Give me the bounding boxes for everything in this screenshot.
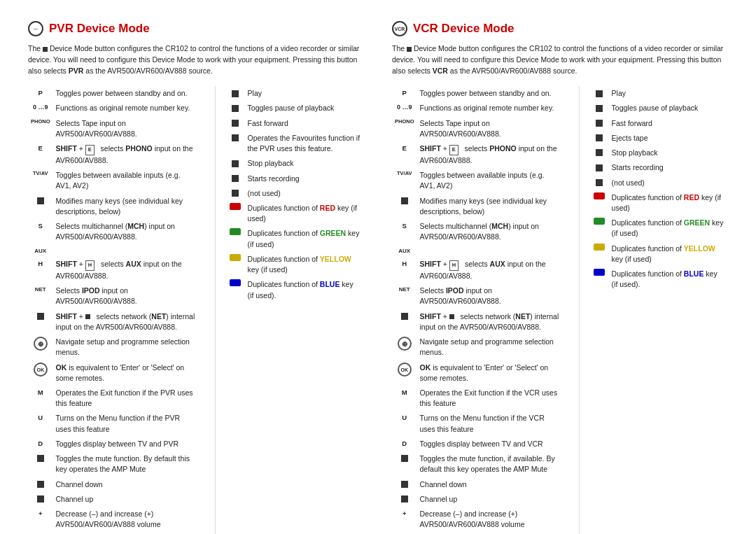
desc-cell: Duplicates function of BLUE key (if used… (245, 277, 364, 302)
desc-cell: SHIFT + E selects PHONO input on the AVR… (53, 141, 198, 168)
key-cell (392, 492, 417, 507)
vcr-left-col: P Toggles power between standby and on. … (392, 86, 562, 534)
key-cell: S (28, 219, 53, 244)
key-cell (392, 194, 417, 219)
vcr-right-table: Play Toggles pause of playback Fast forw… (589, 86, 728, 292)
desc-cell: Turns on the Menu function if the PVR us… (53, 411, 198, 436)
table-row: U Turns on the Menu function if the PVR … (28, 411, 198, 436)
table-row: SHIFT + selects network (NET) internal i… (392, 309, 562, 335)
table-row: SHIFT + selects network (NET) internal i… (28, 309, 198, 335)
key-cell (225, 186, 245, 201)
desc-cell: Duplicates function of GREEN key (if use… (609, 216, 728, 241)
desc-cell: OK is equivalent to 'Enter' or 'Select' … (53, 360, 198, 386)
table-row: Fast forward (589, 116, 728, 131)
table-row: TV/AV Toggles between available inputs (… (392, 168, 562, 193)
desc-cell: Selects Tape input on AVR500/AVR600/AV88… (53, 116, 198, 141)
desc-cell: Operates the Favourites function if the … (245, 131, 364, 156)
table-row: PHONO Selects Tape input on AVR500/AVR60… (28, 116, 198, 141)
desc-cell: Functions as original remote number key. (417, 101, 562, 115)
desc-cell: Navigate setup and programme selection m… (417, 335, 562, 360)
table-row: Toggles the mute function. By default th… (28, 451, 198, 477)
pvr-right-table: Play Toggles pause of playback Fast forw… (225, 86, 364, 303)
key-cell: PHONO (28, 116, 53, 141)
table-row: Modifies many keys (see individual key d… (28, 194, 198, 219)
desc-cell: Fast forward (245, 116, 364, 131)
desc-cell: Duplicates function of YELLOW key (if us… (245, 252, 364, 277)
table-row: Ejects tape (589, 131, 728, 146)
key-cell (225, 156, 245, 171)
desc-cell: Channel down (417, 477, 562, 492)
desc-cell: OK is equivalent to 'Enter' or 'Select' … (417, 360, 562, 386)
desc-cell: Toggles display between TV and VCR (417, 437, 562, 451)
desc-cell: Stop playback (245, 156, 364, 171)
desc-cell: (not used) (609, 176, 728, 190)
desc-cell: Toggles pause of playback (609, 101, 728, 115)
desc-cell: Selects Tape input on AVR500/AVR600/AV88… (417, 116, 562, 141)
pvr-title: PVR Device Mode (49, 22, 150, 36)
key-cell: TV/AV (28, 168, 53, 193)
key-cell (225, 101, 245, 115)
desc-cell: (not used) (245, 186, 364, 201)
table-row: Play (225, 86, 364, 101)
key-cell: OK (392, 360, 417, 386)
key-cell (225, 171, 245, 186)
vcr-table-area: P Toggles power between standby and on. … (392, 86, 728, 534)
table-row: AUX (392, 245, 562, 258)
table-row: TV/AV Toggles between available inputs (… (28, 168, 198, 193)
table-row: Duplicates function of BLUE key (if used… (225, 277, 364, 302)
desc-cell: Decrease (–) and increase (+) AVR500/AVR… (417, 507, 562, 532)
key-cell: 0 …9 (28, 101, 53, 115)
key-cell (589, 216, 609, 241)
desc-cell: Duplicates function of GREEN key (if use… (245, 226, 364, 251)
vcr-title-row: VCR VCR Device Mode (392, 21, 728, 36)
desc-cell: SHIFT + selects network (NET) internal i… (417, 309, 562, 335)
desc-cell: SHIFT + E selects PHONO input on the AVR… (417, 141, 562, 168)
desc-cell: Navigate setup and programme selection m… (53, 335, 198, 360)
desc-cell: Starts recording (609, 160, 728, 175)
desc-cell: Channel up (53, 492, 198, 507)
key-cell: M (28, 386, 53, 411)
key-cell (225, 131, 245, 156)
key-cell: NET (28, 283, 53, 309)
desc-cell: Channel up (417, 492, 562, 507)
key-cell: D (28, 437, 53, 451)
key-cell (589, 146, 609, 160)
table-row: Duplicates function of BLUE key (if used… (589, 267, 728, 292)
pvr-intro: The Device Mode button configures the CR… (28, 43, 364, 76)
key-cell (225, 116, 245, 131)
key-cell: P (28, 86, 53, 101)
key-cell (589, 241, 609, 267)
table-row: P Toggles power between standby and on. (28, 86, 198, 101)
desc-cell: Selects IPOD input on AVR500/AVR600/AV88… (53, 283, 198, 309)
key-cell: U (28, 411, 53, 436)
key-cell: U (392, 411, 417, 436)
key-cell (28, 451, 53, 477)
desc-cell: Duplicates function of BLUE key (if used… (609, 267, 728, 292)
key-cell: ⊕ (28, 335, 53, 360)
desc-cell: Play (609, 86, 728, 101)
key-cell: E (392, 141, 417, 168)
desc-cell: SHIFT + H selects AUX input on the AVR60… (417, 257, 562, 283)
table-row: Channel up (28, 492, 198, 507)
desc-cell: Play (245, 86, 364, 101)
table-row: AUX (28, 245, 198, 258)
table-row: Channel down (392, 477, 562, 492)
key-cell: AUX (392, 245, 417, 258)
pvr-badge: ··· (28, 21, 43, 36)
vcr-left-table: P Toggles power between standby and on. … (392, 86, 562, 534)
table-row: Toggles pause of playback (589, 101, 728, 115)
pvr-right-col: Play Toggles pause of playback Fast forw… (215, 86, 364, 534)
key-cell: PHONO (392, 116, 417, 141)
desc-cell: Toggles pause of playback (245, 101, 364, 115)
table-row: 0 …9 Functions as original remote number… (28, 101, 198, 115)
desc-cell: Toggles the mute function, if available.… (417, 451, 562, 477)
key-cell (589, 86, 609, 101)
table-row: D Toggles display between TV and VCR (392, 437, 562, 451)
table-row: Duplicates function of YELLOW key (if us… (589, 241, 728, 267)
table-row: Stop playback (589, 146, 728, 160)
desc-cell: SHIFT + selects network (NET) internal i… (53, 309, 198, 335)
desc-cell: Decrease (–) and increase (+) AVR500/AVR… (53, 507, 198, 532)
table-row: NET Selects IPOD input on AVR500/AVR600/… (392, 283, 562, 309)
key-cell (225, 201, 245, 226)
table-row: OK OK is equivalent to 'Enter' or 'Selec… (392, 360, 562, 386)
